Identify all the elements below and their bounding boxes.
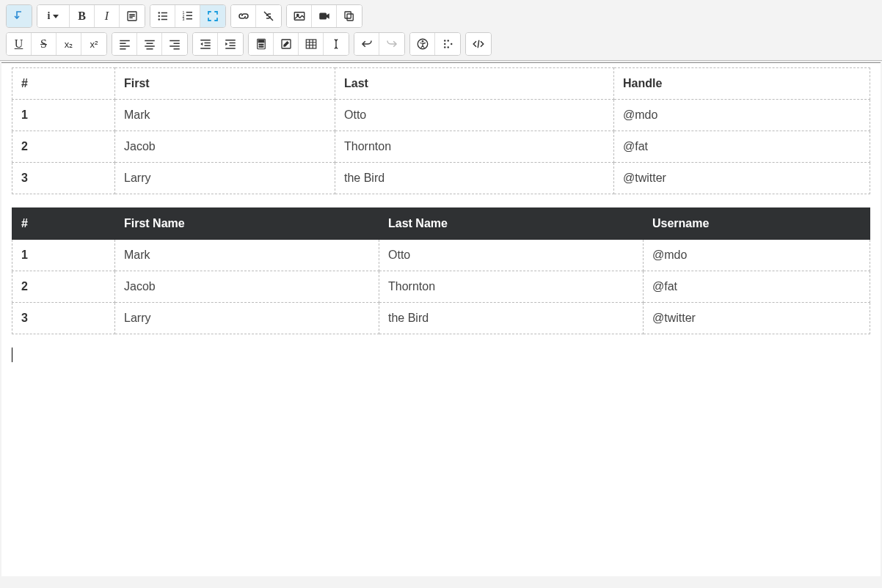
svg-rect-13 xyxy=(186,12,192,13)
svg-rect-7 xyxy=(161,12,167,14)
ordered-list-button[interactable]: 123 xyxy=(175,5,200,27)
cell-last[interactable]: Thornton xyxy=(335,131,614,163)
col-header-username[interactable]: Username xyxy=(644,208,870,240)
cell-last[interactable]: Otto xyxy=(379,240,644,271)
col-header-num[interactable]: # xyxy=(12,208,115,240)
cell-first[interactable]: Larry xyxy=(115,303,379,334)
cell-first[interactable]: Mark xyxy=(115,100,335,131)
cell-last[interactable]: Otto xyxy=(335,100,614,131)
editor-area[interactable]: # First Last Handle 1 Mark Otto @mdo 2 J… xyxy=(1,62,881,576)
cell-handle[interactable]: @twitter xyxy=(614,163,870,194)
ul-icon xyxy=(156,10,170,23)
cell-num[interactable]: 3 xyxy=(12,303,115,334)
svg-rect-34 xyxy=(200,40,211,41)
cell-user[interactable]: @twitter xyxy=(644,303,870,334)
source-code-button[interactable] xyxy=(466,33,491,55)
cell-handle[interactable]: @mdo xyxy=(614,100,870,131)
svg-rect-29 xyxy=(146,48,153,50)
cell-last[interactable]: Thornton xyxy=(379,271,644,303)
col-header-firstname[interactable]: First Name xyxy=(115,208,379,240)
svg-line-16 xyxy=(264,12,273,21)
svg-rect-30 xyxy=(170,40,180,42)
svg-point-6 xyxy=(158,18,159,20)
col-header-lastname[interactable]: Last Name xyxy=(379,208,644,240)
svg-point-58 xyxy=(444,40,445,41)
svg-rect-40 xyxy=(230,45,236,47)
cell-first[interactable]: Mark xyxy=(115,240,379,271)
outdent-icon xyxy=(199,37,212,51)
col-header-first[interactable]: First xyxy=(115,68,335,100)
special-chars-button[interactable] xyxy=(120,5,145,27)
cell-last[interactable]: the Bird xyxy=(379,303,644,334)
insert-image-button[interactable] xyxy=(287,5,312,27)
svg-point-63 xyxy=(451,43,452,45)
math-button[interactable] xyxy=(249,33,274,55)
cell-handle[interactable]: @fat xyxy=(614,131,870,163)
edit-button[interactable] xyxy=(274,33,299,55)
cell-first[interactable]: Larry xyxy=(115,163,335,194)
insert-link-button[interactable] xyxy=(231,5,256,27)
cell-last[interactable]: the Bird xyxy=(335,163,614,194)
paragraph-format-dropdown[interactable]: i xyxy=(37,5,70,27)
superscript-button[interactable]: x² xyxy=(81,33,106,55)
svg-rect-35 xyxy=(204,43,210,44)
svg-rect-15 xyxy=(186,18,192,20)
indent-button[interactable] xyxy=(218,33,243,55)
insert-table-button[interactable] xyxy=(299,33,324,55)
svg-rect-28 xyxy=(145,45,155,47)
underline-button[interactable]: U xyxy=(7,33,32,55)
table-row: 3 Larry the Bird @twitter xyxy=(12,163,870,194)
remove-link-button[interactable] xyxy=(256,5,281,27)
cell-user[interactable]: @fat xyxy=(644,271,870,303)
cell-user[interactable]: @mdo xyxy=(644,240,870,271)
table-dark-header[interactable]: # First Name Last Name Username 1 Mark O… xyxy=(12,207,870,334)
cell-num[interactable]: 1 xyxy=(12,240,115,271)
align-left-button[interactable] xyxy=(112,33,137,55)
svg-point-4 xyxy=(158,12,159,13)
fullscreen-icon xyxy=(206,10,219,23)
undo-icon xyxy=(360,37,373,51)
outdent-button[interactable] xyxy=(193,33,218,55)
svg-rect-36 xyxy=(204,45,210,47)
cell-first[interactable]: Jacob xyxy=(115,131,335,163)
copy-button[interactable] xyxy=(337,5,362,27)
svg-point-62 xyxy=(448,46,449,48)
svg-rect-31 xyxy=(174,43,180,45)
link-icon xyxy=(237,10,250,23)
italic-button[interactable]: I xyxy=(95,5,120,27)
col-header-last[interactable]: Last xyxy=(335,68,614,100)
toggle-toolbar-button[interactable] xyxy=(7,5,32,27)
subscript-button[interactable]: x₂ xyxy=(57,33,81,55)
cell-num[interactable]: 1 xyxy=(12,100,115,131)
bold-button[interactable]: B xyxy=(70,5,95,27)
undo-button[interactable] xyxy=(354,33,379,55)
cursor-button[interactable] xyxy=(324,33,349,55)
svg-point-45 xyxy=(260,44,262,45)
svg-rect-8 xyxy=(161,15,167,17)
grid-button[interactable] xyxy=(435,33,460,55)
cell-first[interactable]: Jacob xyxy=(115,271,379,303)
table-basic[interactable]: # First Last Handle 1 Mark Otto @mdo 2 J… xyxy=(12,67,870,194)
svg-rect-43 xyxy=(258,40,264,43)
table-row: # First Name Last Name Username xyxy=(12,208,870,240)
redo-button[interactable] xyxy=(379,33,404,55)
ol-icon: 123 xyxy=(181,10,194,23)
svg-point-57 xyxy=(421,40,423,43)
col-header-handle[interactable]: Handle xyxy=(614,68,870,100)
svg-rect-23 xyxy=(120,43,125,45)
col-header-num[interactable]: # xyxy=(12,68,115,100)
align-center-button[interactable] xyxy=(137,33,162,55)
align-right-button[interactable] xyxy=(162,33,187,55)
svg-rect-19 xyxy=(319,13,327,20)
cell-num[interactable]: 3 xyxy=(12,163,115,194)
insert-video-button[interactable] xyxy=(312,5,337,27)
accessibility-button[interactable] xyxy=(410,33,435,55)
cell-num[interactable]: 2 xyxy=(12,271,115,303)
strikethrough-button[interactable]: S xyxy=(32,33,57,55)
fullscreen-button[interactable] xyxy=(200,5,225,27)
svg-point-59 xyxy=(444,43,445,45)
code-icon xyxy=(472,37,485,51)
editor-toolbar: i B I 123 xyxy=(0,0,882,61)
cell-num[interactable]: 2 xyxy=(12,131,115,163)
unordered-list-button[interactable] xyxy=(150,5,175,27)
